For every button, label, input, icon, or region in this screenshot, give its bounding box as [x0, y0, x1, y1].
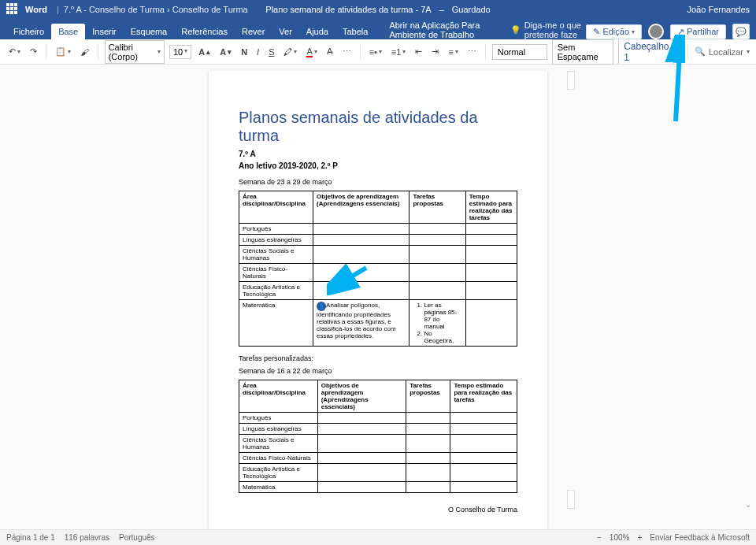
comments-button[interactable]: 💬 — [732, 24, 750, 39]
comment-marker-icon[interactable]: 👤 — [317, 302, 326, 311]
zoom-level[interactable]: 100% — [610, 533, 630, 542]
grow-font-button[interactable]: A▴ — [196, 46, 213, 58]
zoom-in-button[interactable]: + — [637, 533, 642, 542]
editing-mode-button[interactable]: ✎ Edição ▾ — [586, 24, 642, 39]
bold-button[interactable]: N — [239, 46, 250, 58]
open-in-desktop[interactable]: Abrir na Aplicação Para Ambiente de Trab… — [389, 20, 495, 39]
col-area: Área disciplinar/Disciplina — [239, 191, 313, 224]
math-objectives-cell: 👤Analisar polígonos, identificando propr… — [313, 300, 410, 347]
weekly-table-2[interactable]: Área disciplinar/Disciplina Objetivos de… — [239, 380, 517, 493]
save-status: Guardado — [452, 5, 491, 14]
font-color-button[interactable]: A▾ — [304, 45, 319, 59]
page-peek-bottom — [567, 490, 575, 509]
pencil-icon: ✎ — [593, 27, 600, 37]
math-tasks-cell: Ler as páginas 85-87 do manualNo Geogebr… — [410, 300, 465, 347]
feedback-link[interactable]: Enviar Feedback à Microsoft — [650, 533, 750, 542]
tab-ajuda[interactable]: Ajuda — [299, 24, 335, 39]
more-font-button[interactable]: ⋯ — [340, 45, 354, 58]
app-launcher-icon[interactable] — [6, 3, 19, 16]
chevron-down-icon: ▾ — [632, 28, 635, 35]
tab-base[interactable]: Base — [51, 24, 85, 39]
week-2-label: Semana de 16 a 22 de março — [239, 367, 517, 375]
redo-button[interactable]: ↷ — [28, 45, 39, 58]
doc-year: Ano letivo 2019-2020, 2.º P — [239, 161, 517, 170]
ribbon-toolbar: ↶▾ ↷ 📋▾ 🖌 Calibri (Corpo)▾ 10▾ A▴ A▾ N I… — [0, 39, 756, 65]
status-words[interactable]: 116 palavras — [65, 533, 109, 542]
find-button[interactable]: 🔍 Localizar ▾ — [695, 46, 750, 57]
font-family-select[interactable]: Calibri (Corpo)▾ — [105, 40, 165, 64]
format-painter-button[interactable]: 🖌 — [78, 46, 91, 58]
separator: | — [57, 5, 59, 14]
collaborator-avatar[interactable] — [648, 24, 664, 39]
weekly-table-1[interactable]: Área disciplinar/Disciplina Objetivos de… — [239, 191, 517, 347]
indent-button[interactable]: ⇥ — [429, 45, 441, 58]
status-bar: Página 1 de 1 116 palavras Português − 1… — [0, 529, 756, 545]
tab-ficheiro[interactable]: Ficheiro — [6, 24, 51, 39]
styles-more[interactable]: ▾ — [678, 48, 681, 55]
style-no-spacing[interactable]: Sem Espaçame — [552, 39, 613, 65]
status-language[interactable]: Português — [119, 533, 155, 542]
font-size-select[interactable]: 10▾ — [169, 45, 191, 59]
collapse-chevron[interactable]: ⌄ — [745, 500, 751, 509]
underline-button[interactable]: S — [266, 46, 276, 58]
tab-inserir[interactable]: Inserir — [85, 24, 124, 39]
tab-ver[interactable]: Ver — [272, 24, 299, 39]
tab-esquema[interactable]: Esquema — [124, 24, 174, 39]
tab-rever[interactable]: Rever — [235, 24, 272, 39]
title-bar: Word | 7.º A - Conselho de Turma › Conse… — [0, 0, 756, 19]
paste-button[interactable]: 📋▾ — [53, 45, 73, 58]
style-normal[interactable]: Normal — [492, 44, 547, 60]
search-icon: 🔍 — [695, 46, 706, 57]
breadcrumb-1[interactable]: 7.º A - Conselho de Turma — [64, 5, 165, 14]
breadcrumb: 7.º A - Conselho de Turma › Conselho de … — [64, 5, 248, 14]
tell-me-search[interactable]: 💡 Diga-me o que pretende faze — [510, 20, 587, 39]
tab-tabela[interactable]: Tabela — [335, 24, 375, 39]
page-peek — [567, 71, 575, 90]
week-1-label: Semana de 23 a 29 de março — [239, 178, 517, 186]
col-tarefas: Tarefas propostas — [410, 191, 465, 224]
share-button[interactable]: ↗ Partilhar — [670, 24, 726, 39]
zoom-out-button[interactable]: − — [597, 533, 602, 542]
numbering-button[interactable]: ≡1▾ — [389, 46, 409, 58]
shrink-font-button[interactable]: A▾ — [217, 46, 234, 58]
document-canvas[interactable]: Planos semanais de atividades da turma 7… — [0, 65, 756, 529]
doc-class: 7.º A — [239, 150, 517, 158]
style-heading1[interactable]: Cabeçalho 1 — [618, 38, 673, 66]
document-page[interactable]: Planos semanais de atividades da turma 7… — [209, 71, 547, 529]
doc-heading: Planos semanais de atividades da turma — [239, 109, 517, 145]
share-icon: ↗ — [677, 27, 684, 37]
col-objetivos: Objetivos de aprendizagem (Aprendizagens… — [313, 191, 410, 224]
ribbon-tabs: Ficheiro Base Inserir Esquema Referência… — [0, 19, 756, 39]
document-title: Plano semanal de atividades da turma - 7… — [265, 5, 431, 14]
italic-button[interactable]: I — [254, 46, 261, 58]
highlight-button[interactable]: 🖍▾ — [281, 46, 299, 58]
perso-label: Tarefas personalizadas: — [239, 354, 517, 362]
align-button[interactable]: ≡▾ — [446, 46, 460, 58]
app-name: Word — [25, 5, 47, 14]
col-tempo: Tempo estimado para realização das taref… — [465, 191, 517, 224]
user-name[interactable]: João Fernandes — [687, 5, 750, 14]
tab-referencias[interactable]: Referências — [174, 24, 235, 39]
comment-icon: 💬 — [736, 27, 747, 37]
outdent-button[interactable]: ⇤ — [413, 45, 424, 58]
more-para-button[interactable]: ⋯ — [465, 45, 479, 58]
lightbulb-icon: 💡 — [510, 25, 521, 35]
undo-button[interactable]: ↶▾ — [6, 45, 23, 58]
clear-format-button[interactable]: A̶ — [324, 45, 335, 58]
bullets-button[interactable]: ≡•▾ — [367, 46, 384, 58]
breadcrumb-2[interactable]: Conselho de Turma — [172, 5, 248, 14]
signature: O Conselho de Turma — [239, 506, 517, 513]
status-page[interactable]: Página 1 de 1 — [6, 533, 55, 542]
